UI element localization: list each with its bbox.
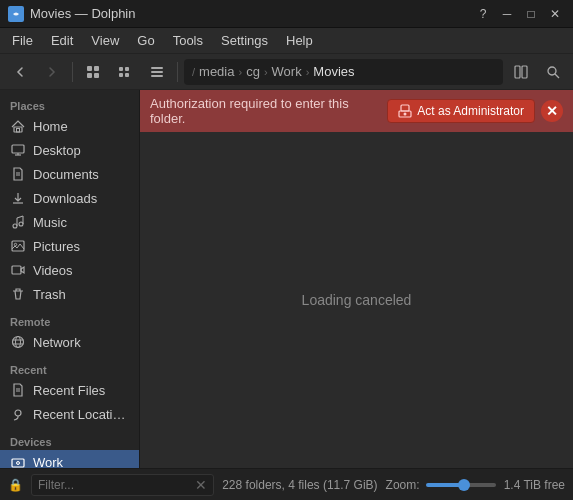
menu-item-settings[interactable]: Settings [213, 30, 276, 51]
view-details-button[interactable] [143, 58, 171, 86]
minimize-button[interactable]: ─ [497, 4, 517, 24]
downloads-icon [10, 190, 26, 206]
documents-label: Documents [33, 167, 99, 182]
loading-area: Loading canceled [140, 132, 573, 468]
work-icon [10, 454, 26, 468]
menu-item-tools[interactable]: Tools [165, 30, 211, 51]
network-label: Network [33, 335, 81, 350]
sidebar-item-documents[interactable]: Documents [0, 162, 139, 186]
breadcrumb-sep-1: › [238, 66, 242, 78]
view-compact-button[interactable] [111, 58, 139, 86]
downloads-label: Downloads [33, 191, 97, 206]
act-as-admin-button[interactable]: Act as Administrator [387, 99, 535, 123]
home-label: Home [33, 119, 68, 134]
sidebar-item-recent-files[interactable]: Recent Files [0, 378, 139, 402]
svg-point-50 [404, 113, 407, 116]
breadcrumb-sep-2: › [264, 66, 268, 78]
filter-clear-button[interactable]: ✕ [195, 477, 207, 493]
breadcrumb-root-sep: / [192, 66, 195, 78]
sidebar-section-label: Recent [0, 358, 139, 378]
svg-rect-6 [119, 73, 123, 77]
desktop-icon [10, 142, 26, 158]
svg-rect-7 [125, 67, 129, 71]
svg-rect-4 [94, 73, 99, 78]
breadcrumb: / media › cg › Work › Movies [184, 59, 503, 85]
recent-files-icon [10, 382, 26, 398]
sidebar-item-work[interactable]: Work [0, 450, 139, 468]
sidebar-section-remote: RemoteNetwork [0, 310, 139, 354]
breadcrumb-cg[interactable]: cg [246, 64, 260, 79]
window-controls: ? ─ □ ✕ [473, 4, 565, 24]
menu-item-help[interactable]: Help [278, 30, 321, 51]
network-icon [10, 334, 26, 350]
sidebar-section-label: Places [0, 94, 139, 114]
close-button[interactable]: ✕ [545, 4, 565, 24]
sidebar-section-recent: RecentRecent FilesRecent Locations [0, 358, 139, 426]
svg-point-30 [14, 243, 16, 245]
svg-rect-11 [151, 75, 163, 77]
videos-icon [10, 262, 26, 278]
sidebar-section-label: Remote [0, 310, 139, 330]
menu-item-go[interactable]: Go [129, 30, 162, 51]
toolbar-separator-2 [177, 62, 178, 82]
sidebar-section-label: Devices [0, 430, 139, 450]
filter-lock-icon: 🔒 [8, 478, 23, 492]
breadcrumb-work[interactable]: Work [272, 64, 302, 79]
titlebar-left: Movies — Dolphin [8, 6, 136, 22]
videos-label: Videos [33, 263, 73, 278]
sidebar-item-videos[interactable]: Videos [0, 258, 139, 282]
svg-rect-18 [12, 145, 24, 153]
view-icons-button[interactable] [79, 58, 107, 86]
menu-item-view[interactable]: View [83, 30, 127, 51]
sidebar-item-trash[interactable]: Trash [0, 282, 139, 306]
sidebar-item-network[interactable]: Network [0, 330, 139, 354]
svg-rect-31 [12, 266, 21, 274]
pictures-icon [10, 238, 26, 254]
zoom-slider[interactable] [426, 483, 496, 487]
forward-button[interactable] [38, 58, 66, 86]
svg-point-25 [19, 222, 23, 226]
menu-item-file[interactable]: File [4, 30, 41, 51]
svg-line-28 [17, 216, 23, 218]
svg-rect-1 [87, 66, 92, 71]
help-button[interactable]: ? [473, 4, 493, 24]
music-label: Music [33, 215, 67, 230]
auth-bar: Authorization required to enter this fol… [140, 90, 573, 132]
sidebar: PlacesHomeDesktopDocumentsDownloadsMusic… [0, 90, 140, 468]
zoom-label: Zoom: [386, 478, 420, 492]
sidebar-item-recent-locations[interactable]: Recent Locations [0, 402, 139, 426]
search-button[interactable] [539, 58, 567, 86]
status-info: 228 folders, 4 files (11.7 GiB) [222, 478, 377, 492]
loading-text: Loading canceled [302, 292, 412, 308]
back-button[interactable] [6, 58, 34, 86]
desktop-label: Desktop [33, 143, 81, 158]
auth-close-button[interactable]: ✕ [541, 100, 563, 122]
sidebar-item-desktop[interactable]: Desktop [0, 138, 139, 162]
recent-locations-label: Recent Locations [33, 407, 129, 422]
statusbar: 🔒 ✕ 228 folders, 4 files (11.7 GiB) Zoom… [0, 468, 573, 500]
breadcrumb-media[interactable]: media [199, 64, 234, 79]
main-layout: PlacesHomeDesktopDocumentsDownloadsMusic… [0, 90, 573, 468]
recent-files-label: Recent Files [33, 383, 105, 398]
trash-label: Trash [33, 287, 66, 302]
svg-point-24 [13, 224, 17, 228]
maximize-button[interactable]: □ [521, 4, 541, 24]
breadcrumb-sep-3: › [306, 66, 310, 78]
sidebar-item-downloads[interactable]: Downloads [0, 186, 139, 210]
sidebar-item-home[interactable]: Home [0, 114, 139, 138]
svg-rect-10 [151, 71, 163, 73]
svg-rect-3 [87, 73, 92, 78]
toolbar-separator-1 [72, 62, 73, 82]
svg-rect-5 [119, 67, 123, 71]
sidebar-item-pictures[interactable]: Pictures [0, 234, 139, 258]
svg-rect-8 [125, 73, 129, 77]
menu-item-edit[interactable]: Edit [43, 30, 81, 51]
breadcrumb-current: Movies [313, 64, 354, 79]
split-view-button[interactable] [507, 58, 535, 86]
filter-input[interactable] [38, 478, 191, 492]
sidebar-section-places: PlacesHomeDesktopDocumentsDownloadsMusic… [0, 94, 139, 306]
free-space: 1.4 TiB free [504, 478, 565, 492]
auth-bar-actions: Act as Administrator ✕ [387, 99, 563, 123]
sidebar-item-music[interactable]: Music [0, 210, 139, 234]
filter-bar[interactable]: ✕ [31, 474, 214, 496]
